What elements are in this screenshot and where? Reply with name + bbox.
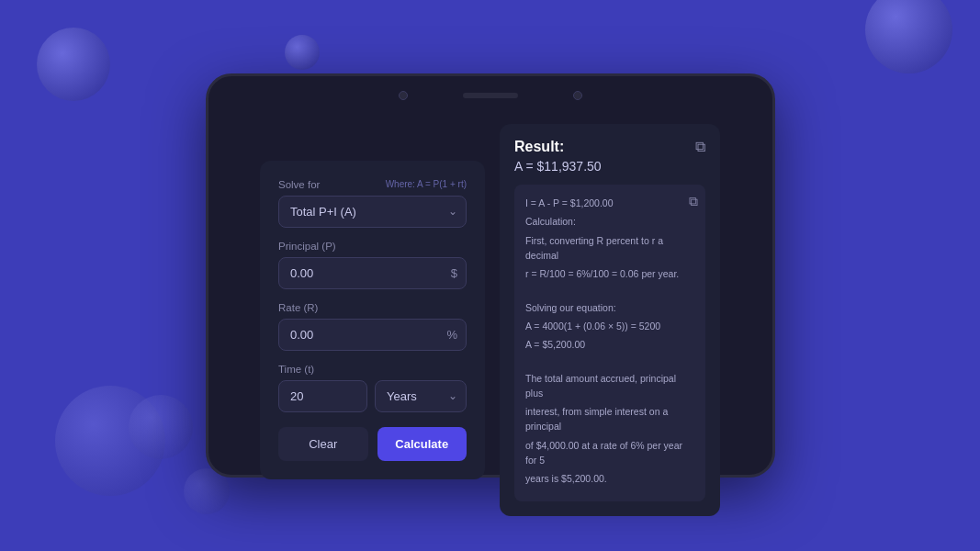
principal-input-wrapper: $ — [278, 257, 467, 289]
detail-line13: years is $5,200.00. — [525, 471, 694, 486]
bg-sphere-1 — [37, 28, 110, 101]
result-title: Result: — [514, 139, 564, 155]
tablet-camera — [399, 91, 408, 100]
time-label: Time (t) — [278, 364, 467, 375]
rate-suffix: % — [446, 328, 457, 342]
time-input-wrapper — [278, 380, 367, 412]
result-header: Result: ⧉ — [514, 139, 705, 155]
tablet-top-bar — [208, 76, 772, 115]
bg-sphere-2 — [285, 35, 320, 70]
clear-button[interactable]: Clear — [278, 427, 368, 461]
detail-line12: of $4,000.00 at a rate of 6% per year fo… — [525, 438, 694, 468]
detail-line10: The total amount accrued, principal plus — [525, 371, 694, 401]
principal-group: Principal (P) $ — [278, 241, 467, 289]
time-group: Time (t) Years Months ⌄ — [278, 364, 467, 412]
detail-line11: interest, from simple interest on a prin… — [525, 404, 694, 434]
time-input[interactable] — [278, 380, 367, 412]
solve-for-select-wrapper: Total P+I (A) Principal (P) Rate (R) Tim… — [278, 196, 467, 228]
formula-label: Where: A = P(1 + rt) — [386, 179, 467, 189]
rate-input[interactable] — [278, 319, 467, 351]
result-detail-box: ⧉ I = A - P = $1,200.00 Calculation: Fir… — [514, 185, 705, 501]
detail-line1: I = A - P = $1,200.00 — [525, 196, 694, 210]
solve-for-label: Solve for — [278, 179, 320, 190]
solve-for-select[interactable]: Total P+I (A) Principal (P) Rate (R) Tim… — [278, 196, 467, 228]
result-panel: Result: ⧉ A = $11,937.50 ⧉ I = A - P = $… — [500, 124, 720, 516]
detail-line6: Solving our equation: — [525, 300, 694, 315]
detail-copy-icon[interactable]: ⧉ — [689, 192, 698, 212]
copy-icon[interactable]: ⧉ — [695, 139, 705, 155]
solve-header: Solve for Where: A = P(1 + rt) — [278, 179, 467, 190]
tablet-frame: Solve for Where: A = P(1 + rt) Total P+I… — [206, 73, 775, 478]
time-row: Years Months ⌄ — [278, 380, 467, 412]
detail-line7: A = 4000(1 + (0.06 × 5)) = 5200 — [525, 319, 694, 333]
detail-line8: A = $5,200.00 — [525, 337, 694, 352]
detail-line4: r = R/100 = 6%/100 = 0.06 per year. — [525, 266, 694, 281]
tablet-content: Solve for Where: A = P(1 + rt) Total P+I… — [208, 115, 772, 534]
principal-suffix: $ — [451, 266, 457, 280]
tablet-speaker — [463, 93, 518, 98]
result-value: A = $11,937.50 — [514, 159, 705, 174]
principal-input[interactable] — [278, 257, 467, 289]
rate-group: Rate (R) % — [278, 302, 467, 351]
calculate-button[interactable]: Calculate — [377, 427, 467, 461]
rate-input-wrapper: % — [278, 319, 467, 351]
bg-sphere-5 — [129, 395, 193, 459]
bg-sphere-3 — [865, 0, 952, 73]
detail-line2: Calculation: — [525, 214, 694, 229]
time-unit-select[interactable]: Years Months — [375, 380, 467, 412]
detail-line3: First, converting R percent to r a decim… — [525, 233, 694, 264]
principal-label: Principal (P) — [278, 241, 467, 252]
time-unit-select-wrapper: Years Months ⌄ — [375, 380, 467, 412]
calculator-panel: Solve for Where: A = P(1 + rt) Total P+I… — [260, 161, 485, 479]
tablet-mic — [573, 91, 582, 100]
solve-for-group: Solve for Where: A = P(1 + rt) Total P+I… — [278, 179, 467, 228]
button-row: Clear Calculate — [278, 427, 467, 461]
rate-label: Rate (R) — [278, 302, 467, 313]
